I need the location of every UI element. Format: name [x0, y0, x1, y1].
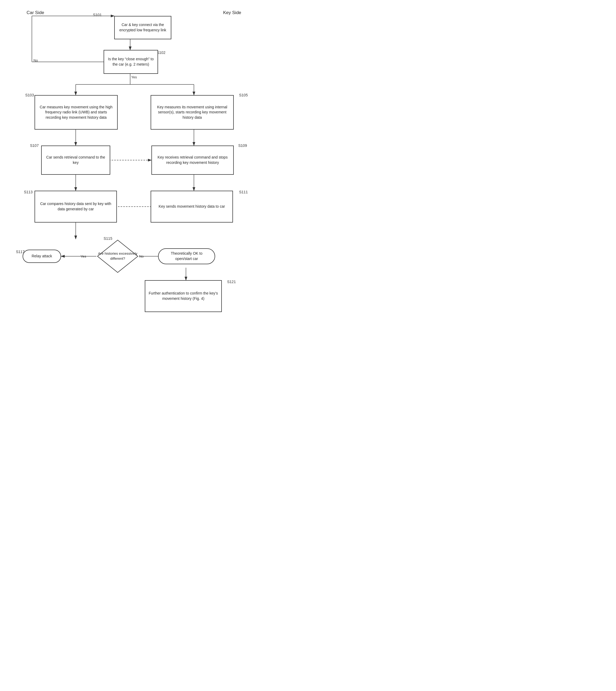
- diamond-histories: Are histories excessively different?: [96, 239, 139, 273]
- step-s121: S121: [227, 280, 236, 284]
- box-close-enough: Is the key “close enough” to the car (e.…: [104, 50, 158, 74]
- step-s103: S103: [25, 93, 34, 97]
- step-s111: S111: [239, 190, 248, 194]
- box-key-sends: Key sends movement history data to car: [151, 191, 233, 223]
- step-s107: S107: [30, 143, 39, 148]
- key-side-label: Key Side: [223, 10, 241, 16]
- box-car-measures: Car measures key movement using the high…: [35, 95, 118, 130]
- box-car-compares: Car compares history data sent by key wi…: [35, 191, 117, 223]
- box-key-measures: Key measures its movement using internal…: [151, 95, 234, 130]
- box-further-auth: Further authentication to confirm the ke…: [145, 280, 222, 312]
- car-side-label: Car Side: [26, 10, 44, 16]
- box-connect: Car & key connect via the encrypted low …: [114, 16, 171, 39]
- oval-relay-attack: Relay attack: [23, 250, 61, 263]
- yes-label-diamond: Yes: [81, 254, 86, 259]
- no-label-top: No: [34, 59, 38, 62]
- diagram-container: Car Side Key Side S101 Car & key connect…: [0, 0, 268, 345]
- yes-label: Yes: [131, 75, 137, 79]
- step-s105: S105: [239, 93, 248, 97]
- box-key-receives: Key receives retrieval command and stops…: [151, 146, 234, 175]
- oval-ok: Theoretically OK to open/start car: [158, 248, 215, 264]
- step-s109: S109: [238, 143, 247, 148]
- step-s101: S101: [93, 13, 102, 17]
- box-car-sends-retrieval: Car sends retrieval command to the key: [41, 146, 110, 175]
- no-label-diamond: No: [139, 254, 144, 259]
- step-s113: S113: [24, 190, 33, 194]
